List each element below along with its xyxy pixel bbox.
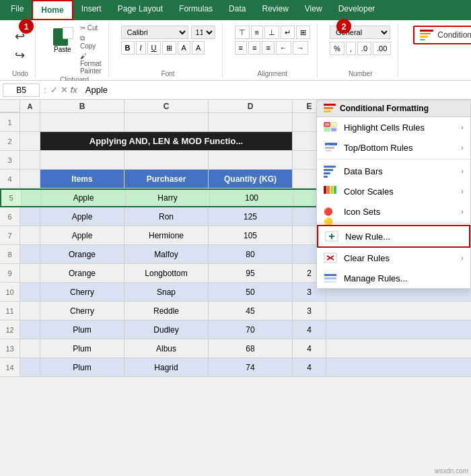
data-cell[interactable] bbox=[20, 339, 40, 358]
tab-view[interactable]: View bbox=[297, 0, 330, 20]
extra-cell[interactable]: 3 bbox=[293, 302, 326, 320]
data-cell[interactable] bbox=[20, 302, 40, 320]
tab-pagelayout[interactable]: Page Layout bbox=[110, 0, 171, 20]
data-cell[interactable] bbox=[20, 264, 40, 282]
cell-reference-input[interactable] bbox=[3, 83, 40, 97]
paste-button[interactable]: Paste bbox=[48, 23, 77, 75]
quantity-cell[interactable]: 70 bbox=[209, 320, 293, 339]
purchaser-cell[interactable]: Snap bbox=[124, 283, 209, 301]
items-cell[interactable]: Plum bbox=[40, 358, 124, 376]
tab-data[interactable]: Data bbox=[221, 0, 254, 20]
underline-button[interactable]: U bbox=[147, 41, 161, 55]
tab-home[interactable]: Home bbox=[32, 0, 73, 20]
tab-insert[interactable]: Insert bbox=[73, 0, 110, 20]
data-cell[interactable] bbox=[20, 320, 40, 339]
dropdown-item-topbottom[interactable]: 10 Top/Bottom Rules › bbox=[317, 137, 470, 158]
formula-cancel-icon[interactable]: ✕ bbox=[61, 85, 68, 95]
items-cell[interactable]: Apple bbox=[42, 190, 126, 206]
dropdown-item-databars[interactable]: Data Bars › bbox=[317, 161, 470, 181]
align-bottom-button[interactable]: ⊥ bbox=[264, 26, 279, 39]
align-left-button[interactable]: ≡ bbox=[235, 41, 247, 55]
data-cell[interactable] bbox=[20, 283, 40, 301]
data-cell[interactable] bbox=[124, 151, 209, 169]
quantity-cell[interactable]: 45 bbox=[209, 302, 293, 320]
items-cell[interactable]: Apple bbox=[40, 207, 124, 226]
tab-review[interactable]: Review bbox=[254, 0, 296, 20]
copy-button[interactable]: ⧉ Copy bbox=[80, 34, 102, 50]
align-right-button[interactable]: ≡ bbox=[262, 41, 274, 55]
italic-button[interactable]: I bbox=[136, 41, 146, 55]
data-cell[interactable] bbox=[20, 151, 40, 169]
items-header[interactable]: Items bbox=[40, 170, 124, 188]
purchaser-cell[interactable]: Albus bbox=[124, 339, 209, 358]
data-cell[interactable] bbox=[209, 151, 293, 169]
extra-cell[interactable]: 4 bbox=[293, 358, 326, 376]
items-cell[interactable]: Plum bbox=[40, 320, 124, 339]
quantity-cell[interactable]: 50 bbox=[209, 283, 293, 301]
extra-cell[interactable]: 4 bbox=[293, 320, 326, 339]
wrap-text-button[interactable]: ↵ bbox=[281, 26, 295, 39]
cut-button[interactable]: ✂ Cut bbox=[80, 24, 102, 32]
border-button[interactable]: ⊞ bbox=[162, 41, 176, 55]
tab-formulas[interactable]: Formulas bbox=[171, 0, 221, 20]
quantity-cell[interactable]: 68 bbox=[209, 339, 293, 358]
data-cell[interactable] bbox=[22, 190, 42, 206]
comma-button[interactable]: , bbox=[346, 42, 356, 55]
align-center-button[interactable]: ≡ bbox=[248, 41, 260, 55]
dropdown-item-newrule[interactable]: New Rule... bbox=[317, 225, 470, 248]
data-cell[interactable] bbox=[124, 113, 209, 131]
data-cell[interactable] bbox=[20, 226, 40, 244]
items-cell[interactable]: Apple bbox=[40, 226, 124, 244]
data-cell[interactable] bbox=[40, 151, 124, 169]
title-cell[interactable]: Applying AND, LEN & MOD Functio... bbox=[40, 132, 293, 150]
items-cell[interactable]: Cherry bbox=[40, 302, 124, 320]
purchaser-cell[interactable]: Hagrid bbox=[124, 358, 209, 376]
data-cell[interactable] bbox=[40, 113, 124, 131]
data-cell[interactable] bbox=[20, 207, 40, 226]
quantity-cell[interactable]: 74 bbox=[209, 358, 293, 376]
formula-check-icon[interactable]: ✓ bbox=[50, 85, 58, 95]
quantity-cell[interactable]: 95 bbox=[209, 264, 293, 282]
quantity-cell[interactable]: 125 bbox=[209, 207, 293, 226]
col-header-c[interactable]: C bbox=[124, 100, 209, 112]
fill-color-button[interactable]: A bbox=[178, 41, 190, 55]
purchaser-cell[interactable]: Longbottom bbox=[124, 264, 209, 282]
purchaser-header[interactable]: Purchaser bbox=[124, 170, 209, 188]
bold-button[interactable]: B bbox=[121, 41, 135, 55]
merge-button[interactable]: ⊞ bbox=[296, 26, 310, 39]
percent-button[interactable]: % bbox=[330, 42, 345, 55]
dropdown-item-managerules[interactable]: Manage Rules... bbox=[317, 268, 470, 288]
quantity-cell[interactable]: 80 bbox=[209, 245, 293, 263]
items-cell[interactable]: Cherry bbox=[40, 283, 124, 301]
conditional-formatting-button[interactable]: Conditional Formatting ▾ bbox=[413, 26, 471, 44]
col-header-a[interactable]: A bbox=[20, 100, 40, 112]
decrease-decimal-button[interactable]: .00 bbox=[373, 42, 391, 55]
data-cell[interactable] bbox=[209, 113, 293, 131]
purchaser-cell[interactable]: Hermione bbox=[124, 226, 209, 244]
purchaser-cell[interactable]: Ron bbox=[124, 207, 209, 226]
font-color-button[interactable]: A bbox=[192, 41, 205, 55]
items-cell[interactable]: Orange bbox=[40, 264, 124, 282]
purchaser-cell[interactable]: Malfoy bbox=[124, 245, 209, 263]
dropdown-item-colorscales[interactable]: Color Scales › bbox=[317, 181, 470, 201]
align-middle-button[interactable]: ≡ bbox=[251, 26, 263, 39]
dropdown-item-highlight[interactable]: Highlight Cells Rules › bbox=[317, 117, 470, 137]
items-cell[interactable]: Plum bbox=[40, 339, 124, 358]
indent-increase-button[interactable]: → bbox=[293, 41, 308, 55]
extra-cell[interactable]: 4 bbox=[293, 339, 326, 358]
purchaser-cell[interactable]: Harry bbox=[126, 190, 210, 206]
col-header-d[interactable]: D bbox=[209, 100, 293, 112]
quantity-cell[interactable]: 100 bbox=[210, 190, 294, 206]
items-cell[interactable]: Orange bbox=[40, 245, 124, 263]
font-size-select[interactable]: 11 bbox=[191, 26, 215, 39]
data-cell[interactable] bbox=[20, 170, 40, 188]
data-cell[interactable] bbox=[20, 113, 40, 131]
dropdown-item-iconsets[interactable]: 🔴🟡🟢 Icon Sets › bbox=[317, 201, 470, 222]
formula-input[interactable] bbox=[83, 83, 468, 96]
col-header-b[interactable]: B bbox=[40, 100, 124, 112]
font-family-select[interactable]: Calibri bbox=[121, 26, 188, 39]
quantity-header[interactable]: Quantity (KG) bbox=[209, 170, 293, 188]
redo-button[interactable]: ↪ bbox=[12, 46, 28, 64]
data-cell[interactable] bbox=[20, 358, 40, 376]
purchaser-cell[interactable]: Dudley bbox=[124, 320, 209, 339]
